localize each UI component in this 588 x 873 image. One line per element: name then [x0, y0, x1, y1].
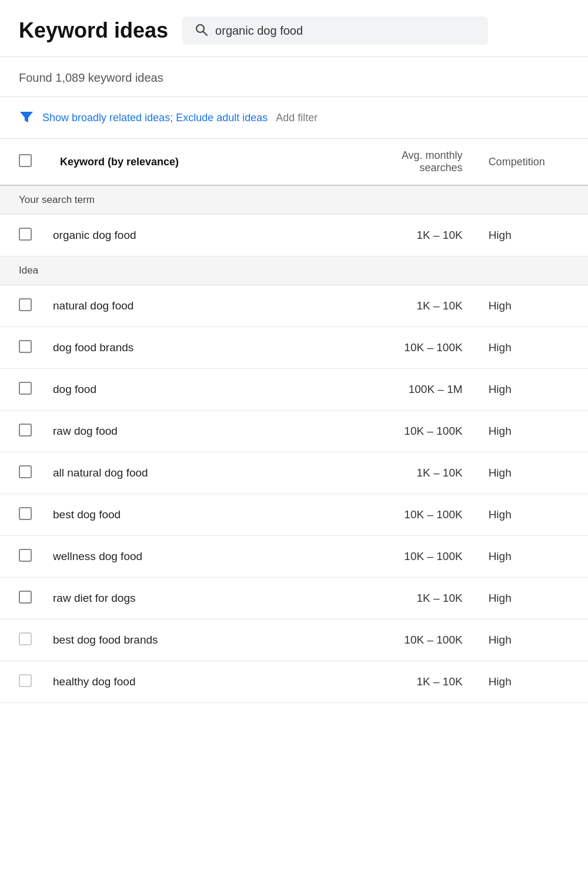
table-row: wellness dog food 10K – 100K High [0, 536, 588, 578]
filter-links[interactable]: Show broadly related ideas; Exclude adul… [42, 112, 268, 124]
row-checkbox-cell[interactable] [0, 215, 41, 256]
row-checkbox[interactable] [19, 424, 32, 436]
competition-cell: High [475, 411, 588, 452]
keyword-cell: dog food [41, 369, 352, 411]
searches-cell: 100K – 1M [352, 369, 474, 411]
section-header-label: Idea [0, 256, 588, 285]
svg-line-1 [203, 32, 208, 36]
searches-cell: 10K – 100K [352, 327, 474, 369]
table-row: all natural dog food 1K – 10K High [0, 452, 588, 494]
keyword-cell: raw diet for dogs [41, 578, 352, 619]
keyword-cell: wellness dog food [41, 536, 352, 578]
competition-cell: High [475, 369, 588, 411]
table-header: Keyword (by relevance) Avg. monthly sear… [0, 139, 588, 185]
row-checkbox[interactable] [19, 632, 32, 645]
table-row: best dog food 10K – 100K High [0, 494, 588, 536]
found-count: Found 1,089 keyword ideas [0, 57, 588, 97]
add-filter[interactable]: Add filter [276, 112, 318, 124]
section-header-label: Your search term [0, 185, 588, 215]
competition-cell: High [475, 285, 588, 327]
table-row: natural dog food 1K – 10K High [0, 285, 588, 327]
row-checkbox[interactable] [19, 340, 32, 353]
row-checkbox-cell[interactable] [0, 661, 41, 703]
row-checkbox-cell[interactable] [0, 369, 41, 411]
col-keyword-header: Keyword (by relevance) [41, 139, 352, 185]
searches-cell: 10K – 100K [352, 619, 474, 661]
row-checkbox[interactable] [19, 591, 32, 604]
filter-icon [19, 109, 34, 126]
col-searches-header: Avg. monthly searches [352, 139, 474, 185]
keyword-cell: healthy dog food [41, 661, 352, 703]
search-box[interactable]: organic dog food [182, 16, 488, 45]
competition-cell: High [475, 215, 588, 256]
row-checkbox[interactable] [19, 382, 32, 395]
row-checkbox[interactable] [19, 465, 32, 478]
page-header: Keyword ideas organic dog food [0, 0, 588, 57]
keyword-cell: best dog food brands [41, 619, 352, 661]
row-checkbox-cell[interactable] [0, 285, 41, 327]
row-checkbox-cell[interactable] [0, 411, 41, 452]
competition-cell: High [475, 578, 588, 619]
table-row: dog food 100K – 1M High [0, 369, 588, 411]
row-checkbox-cell[interactable] [0, 494, 41, 536]
row-checkbox-cell[interactable] [0, 452, 41, 494]
table-row: healthy dog food 1K – 10K High [0, 661, 588, 703]
table-row: organic dog food 1K – 10K High [0, 215, 588, 256]
keyword-cell: natural dog food [41, 285, 352, 327]
keyword-table: Keyword (by relevance) Avg. monthly sear… [0, 139, 588, 703]
competition-cell: High [475, 661, 588, 703]
searches-cell: 1K – 10K [352, 578, 474, 619]
table-row: raw dog food 10K – 100K High [0, 411, 588, 452]
section-header-search_term: Your search term [0, 185, 588, 215]
svg-marker-2 [20, 112, 33, 122]
table-row: raw diet for dogs 1K – 10K High [0, 578, 588, 619]
keyword-cell: best dog food [41, 494, 352, 536]
searches-cell: 1K – 10K [352, 661, 474, 703]
competition-cell: High [475, 536, 588, 578]
competition-cell: High [475, 494, 588, 536]
keyword-cell: raw dog food [41, 411, 352, 452]
filter-bar: Show broadly related ideas; Exclude adul… [0, 97, 588, 139]
row-checkbox[interactable] [19, 228, 32, 241]
row-checkbox[interactable] [19, 298, 32, 311]
select-all-checkbox[interactable] [19, 154, 32, 167]
searches-cell: 1K – 10K [352, 452, 474, 494]
competition-cell: High [475, 619, 588, 661]
page-title: Keyword ideas [19, 18, 168, 43]
col-competition-header: Competition [475, 139, 588, 185]
keyword-cell: organic dog food [41, 215, 352, 256]
searches-cell: 1K – 10K [352, 285, 474, 327]
searches-cell: 1K – 10K [352, 215, 474, 256]
searches-cell: 10K – 100K [352, 494, 474, 536]
search-input[interactable]: organic dog food [215, 24, 303, 38]
row-checkbox-cell[interactable] [0, 536, 41, 578]
row-checkbox-cell[interactable] [0, 327, 41, 369]
competition-cell: High [475, 452, 588, 494]
searches-cell: 10K – 100K [352, 411, 474, 452]
row-checkbox[interactable] [19, 507, 32, 520]
keyword-cell: dog food brands [41, 327, 352, 369]
competition-cell: High [475, 327, 588, 369]
table-row: best dog food brands 10K – 100K High [0, 619, 588, 661]
row-checkbox[interactable] [19, 674, 32, 687]
row-checkbox[interactable] [19, 549, 32, 562]
keyword-cell: all natural dog food [41, 452, 352, 494]
header-checkbox-cell[interactable] [0, 139, 41, 185]
searches-cell: 10K – 100K [352, 536, 474, 578]
row-checkbox-cell[interactable] [0, 578, 41, 619]
section-header-idea: Idea [0, 256, 588, 285]
table-row: dog food brands 10K – 100K High [0, 327, 588, 369]
search-icon [194, 22, 208, 39]
row-checkbox-cell[interactable] [0, 619, 41, 661]
